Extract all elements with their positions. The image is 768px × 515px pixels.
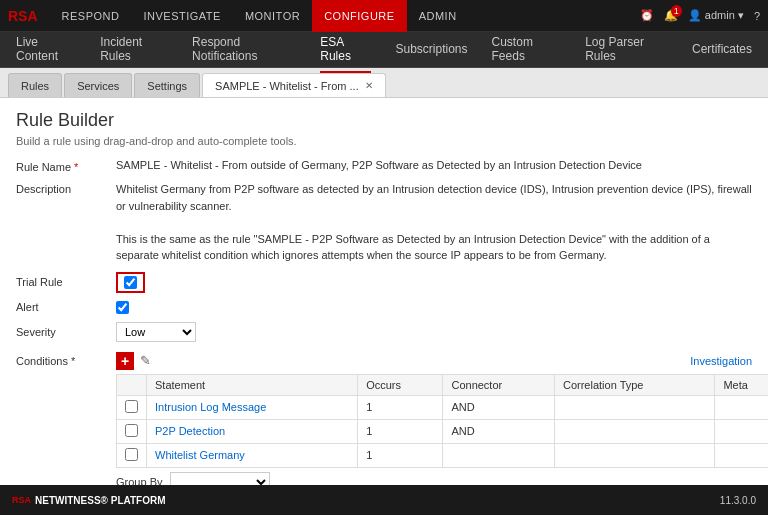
bottom-logo: RSA NETWITNESS® PLATFORM [12,495,166,506]
conditions-edit-icon[interactable]: ✎ [140,353,151,368]
tab-services[interactable]: Services [64,73,132,97]
user-icon[interactable]: 👤 admin ▾ [688,9,744,22]
condition-row-3: Whitelist Germany 1 [117,443,769,467]
nav-esa-rules[interactable]: ESA Rules [320,27,371,73]
condition-1-correlation [554,395,714,419]
condition-3-checkbox[interactable] [125,448,138,461]
nav-admin[interactable]: ADMIN [407,0,469,32]
severity-select[interactable]: Low Medium High Critical [116,322,196,342]
conditions-table: Statement Occurs Connector Correlation T… [116,374,768,468]
condition-3-correlation [554,443,714,467]
tab-bar: Rules Services Settings SAMPLE - Whiteli… [0,68,768,98]
trial-rule-box [116,272,145,293]
col-meta1: Meta [715,374,768,395]
conditions-label: Conditions * [16,355,116,367]
group-by-row: Group By [116,472,752,486]
condition-3-meta1 [715,443,768,467]
nav-respond-notifications[interactable]: Respond Notifications [192,27,296,73]
condition-row-1: Intrusion Log Message 1 AND [117,395,769,419]
condition-1-occurs: 1 [358,395,443,419]
trial-rule-row: Trial Rule [16,272,752,293]
alert-checkbox[interactable] [116,301,129,314]
condition-3-connector [443,443,555,467]
condition-1-meta1 [715,395,768,419]
condition-2-occurs: 1 [358,419,443,443]
col-statement: Statement [147,374,358,395]
col-connector: Connector [443,374,555,395]
group-by-label: Group By [116,476,162,486]
page-subtitle: Build a rule using drag-and-drop and aut… [16,135,752,147]
rule-name-label: Rule Name [16,159,116,173]
description-label: Description [16,181,116,195]
alerts-icon[interactable]: 🔔 1 [664,9,678,22]
description-value: Whitelist Germany from P2P software as d… [116,181,752,264]
conditions-add-button[interactable]: + [116,352,134,370]
tab-close-icon[interactable]: ✕ [365,80,373,91]
col-check [117,374,147,395]
trial-rule-checkbox[interactable] [124,276,137,289]
condition-row-2: P2P Detection 1 AND [117,419,769,443]
col-correlation-type: Correlation Type [554,374,714,395]
alerts-count: 1 [671,5,682,17]
condition-1-checkbox[interactable] [125,400,138,413]
second-navigation: Live Content Incident Rules Respond Noti… [0,32,768,68]
nav-subscriptions[interactable]: Subscriptions [395,34,467,66]
rule-name-value: SAMPLE - Whitelist - From outside of Ger… [116,159,752,171]
severity-label: Severity [16,326,116,338]
alert-label: Alert [16,301,116,313]
rsa-logo: RSA [8,8,38,24]
nav-log-parser-rules[interactable]: Log Parser Rules [585,27,668,73]
condition-2-checkbox[interactable] [125,424,138,437]
bottom-version: 11.3.0.0 [720,495,756,506]
tab-sample-whitelist[interactable]: SAMPLE - Whitelist - From ... ✕ [202,73,386,97]
severity-row: Severity Low Medium High Critical [16,322,752,342]
main-content: Rule Builder Build a rule using drag-and… [0,98,768,485]
alert-row: Alert [16,301,752,314]
condition-3-statement[interactable]: Whitelist Germany [155,449,245,461]
description-row: Description Whitelist Germany from P2P s… [16,181,752,264]
nav-certificates[interactable]: Certificates [692,34,752,66]
tab-rules[interactable]: Rules [8,73,62,97]
page-title: Rule Builder [16,110,752,131]
bottom-bar: RSA NETWITNESS® PLATFORM 11.3.0.0 [0,485,768,515]
conditions-section: Conditions * + ✎ Investigation Statement… [16,352,752,486]
col-occurs: Occurs [358,374,443,395]
group-by-select[interactable] [170,472,270,486]
help-icon[interactable]: ? [754,10,760,22]
top-nav-right: ⏰ 🔔 1 👤 admin ▾ ? [640,9,760,22]
clock-icon[interactable]: ⏰ [640,9,654,22]
rule-name-row: Rule Name SAMPLE - Whitelist - From outs… [16,159,752,173]
condition-2-connector: AND [443,419,555,443]
nav-incident-rules[interactable]: Incident Rules [100,27,168,73]
condition-2-meta1 [715,419,768,443]
nav-custom-feeds[interactable]: Custom Feeds [492,27,562,73]
condition-3-occurs: 1 [358,443,443,467]
condition-1-connector: AND [443,395,555,419]
condition-1-statement[interactable]: Intrusion Log Message [155,401,266,413]
investigation-link[interactable]: Investigation [690,355,752,367]
nav-live-content[interactable]: Live Content [16,27,76,73]
condition-2-statement[interactable]: P2P Detection [155,425,225,437]
tab-settings[interactable]: Settings [134,73,200,97]
condition-2-correlation [554,419,714,443]
conditions-controls: + ✎ Investigation [116,352,752,370]
trial-rule-label: Trial Rule [16,276,116,288]
